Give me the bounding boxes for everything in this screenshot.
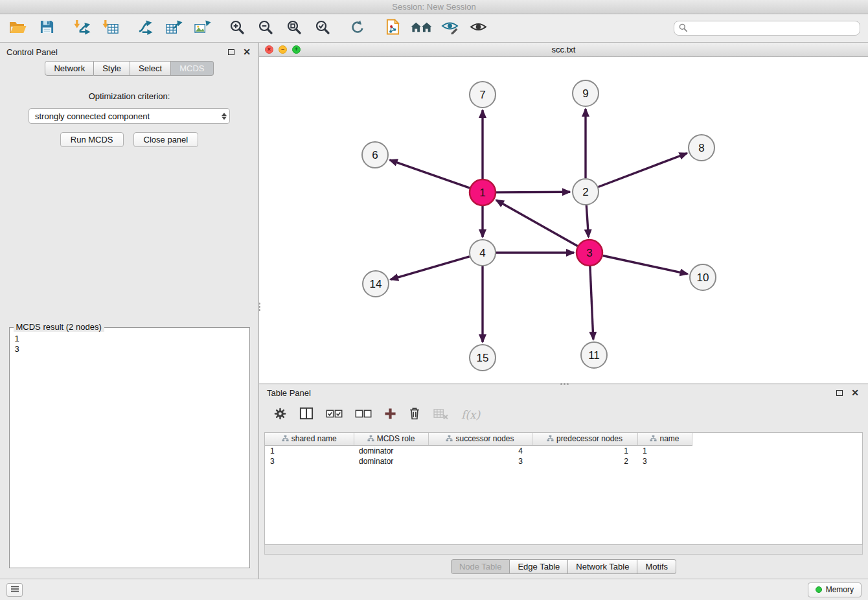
zoom-out-icon bbox=[258, 19, 273, 38]
node-4[interactable]: 4 bbox=[470, 240, 496, 266]
table-cell: 2 bbox=[532, 456, 637, 467]
table-export-icon bbox=[165, 19, 183, 38]
tab-style[interactable]: Style bbox=[94, 61, 130, 76]
svg-text:11: 11 bbox=[588, 349, 600, 362]
select-all-columns-button[interactable] bbox=[326, 409, 343, 421]
zoom-window-icon[interactable]: + bbox=[292, 45, 301, 54]
close-panel-action-button[interactable]: Close panel bbox=[133, 132, 199, 147]
plus-icon bbox=[384, 408, 396, 422]
network-canvas[interactable]: 7968124314101511 bbox=[259, 57, 868, 384]
run-mcds-button[interactable]: Run MCDS bbox=[60, 132, 124, 147]
node-9[interactable]: 9 bbox=[573, 80, 599, 106]
node-8[interactable]: 8 bbox=[689, 135, 714, 161]
show-column-panel-button[interactable] bbox=[299, 407, 314, 422]
delete-column-button[interactable] bbox=[409, 407, 420, 422]
toolbar-search[interactable] bbox=[674, 21, 860, 36]
close-panel-button[interactable]: ✕ bbox=[242, 47, 252, 57]
node-15[interactable]: 15 bbox=[470, 345, 496, 371]
tab-select[interactable]: Select bbox=[130, 61, 171, 76]
zoom-fit-button[interactable] bbox=[284, 18, 304, 39]
zoom-fit-icon bbox=[286, 19, 302, 38]
node-table-body: 1dominator4113dominator323 bbox=[265, 446, 692, 467]
export-table-button[interactable] bbox=[163, 18, 184, 39]
node-1[interactable]: 1 bbox=[470, 179, 496, 205]
edge-1-6[interactable] bbox=[390, 160, 470, 188]
import-network-file-button[interactable] bbox=[71, 18, 92, 39]
mcds-result-item[interactable]: 1 bbox=[15, 334, 244, 344]
table-horizontal-scrollbar[interactable] bbox=[264, 545, 863, 555]
node-11[interactable]: 11 bbox=[581, 342, 607, 368]
table-settings-button[interactable] bbox=[273, 407, 287, 423]
tab-network-table[interactable]: Network Table bbox=[568, 559, 637, 574]
float-table-panel-button[interactable] bbox=[834, 387, 845, 398]
table-cell: dominator bbox=[354, 456, 428, 467]
mcds-result-item[interactable]: 3 bbox=[15, 344, 244, 354]
tab-node-table[interactable]: Node Table bbox=[451, 559, 510, 574]
edge-3-10[interactable] bbox=[603, 256, 688, 274]
save-session-button[interactable] bbox=[36, 18, 57, 39]
table-row[interactable]: 1dominator411 bbox=[265, 446, 692, 457]
graphics-details-button[interactable] bbox=[439, 18, 460, 39]
edge-2-8[interactable] bbox=[599, 154, 687, 187]
column-header-mcds-role[interactable]: MCDS role bbox=[354, 433, 428, 446]
zoom-selected-button[interactable] bbox=[312, 18, 333, 39]
edge-3-1[interactable] bbox=[496, 200, 578, 246]
window-titlebar: Session: New Session bbox=[0, 0, 868, 14]
fx-icon: f(x) bbox=[461, 408, 480, 421]
deselect-all-columns-button[interactable] bbox=[355, 409, 372, 421]
float-panel-button[interactable] bbox=[226, 47, 236, 57]
table-cell: 3 bbox=[428, 456, 532, 467]
node-3[interactable]: 3 bbox=[577, 240, 602, 266]
function-builder-button[interactable]: f(x) bbox=[461, 408, 480, 421]
optimization-criterion-select[interactable]: strongly connected component bbox=[29, 108, 230, 124]
search-input[interactable] bbox=[691, 24, 855, 33]
node-10[interactable]: 10 bbox=[690, 264, 716, 290]
right-column: × – + scc.txt 7968124314101511 Table Pan… bbox=[259, 43, 868, 579]
column-header-successor-nodes[interactable]: successor nodes bbox=[428, 433, 532, 446]
horizontal-splitter-handle[interactable] bbox=[558, 381, 570, 386]
import-table-file-button[interactable] bbox=[100, 18, 120, 39]
delete-table-icon bbox=[433, 408, 449, 422]
clone-network-button[interactable] bbox=[135, 18, 155, 39]
zoom-out-button[interactable] bbox=[255, 18, 276, 39]
table-cell: 3 bbox=[265, 456, 354, 467]
node-7[interactable]: 7 bbox=[470, 82, 496, 108]
tab-motifs[interactable]: Motifs bbox=[637, 559, 676, 574]
home-button[interactable] bbox=[411, 18, 431, 39]
node-table: shared nameMCDS rolesuccessor nodesprede… bbox=[264, 432, 863, 545]
eye-pen-icon bbox=[441, 19, 459, 37]
vertical-splitter-handle[interactable] bbox=[256, 301, 262, 312]
show-panels-button[interactable] bbox=[6, 583, 23, 597]
node-6[interactable]: 6 bbox=[362, 142, 388, 168]
open-session-button[interactable] bbox=[8, 18, 29, 39]
close-table-panel-button[interactable]: ✕ bbox=[850, 387, 860, 398]
column-label: MCDS role bbox=[377, 434, 415, 443]
node-14[interactable]: 14 bbox=[363, 271, 389, 297]
edge-4-14[interactable] bbox=[391, 257, 470, 279]
document-network-button[interactable] bbox=[382, 18, 403, 39]
create-column-button[interactable] bbox=[384, 408, 396, 422]
tab-network[interactable]: Network bbox=[45, 61, 94, 76]
edge-1-2[interactable] bbox=[496, 192, 570, 192]
delete-table-button[interactable] bbox=[433, 408, 449, 422]
zoom-in-button[interactable] bbox=[227, 18, 247, 39]
tab-mcds[interactable]: MCDS bbox=[171, 61, 213, 76]
refresh-button[interactable] bbox=[347, 18, 368, 39]
column-header-name[interactable]: name bbox=[637, 433, 692, 446]
edge-3-11[interactable] bbox=[590, 266, 593, 340]
node-2[interactable]: 2 bbox=[573, 179, 599, 205]
show-hide-button[interactable] bbox=[468, 18, 488, 39]
minimize-window-icon[interactable]: – bbox=[279, 45, 287, 54]
export-image-button[interactable] bbox=[192, 18, 212, 39]
table-cell: 3 bbox=[637, 456, 692, 467]
column-header-predecessor-nodes[interactable]: predecessor nodes bbox=[532, 433, 637, 446]
main-toolbar bbox=[0, 14, 868, 43]
table-row[interactable]: 3dominator323 bbox=[265, 456, 692, 467]
memory-button[interactable]: Memory bbox=[808, 583, 862, 597]
network-window: × – + scc.txt 7968124314101511 bbox=[259, 43, 868, 384]
edge-2-3[interactable] bbox=[586, 205, 588, 237]
tab-edge-table[interactable]: Edge Table bbox=[510, 559, 568, 574]
column-label: name bbox=[659, 434, 679, 443]
column-header-shared-name[interactable]: shared name bbox=[265, 433, 354, 446]
close-window-icon[interactable]: × bbox=[265, 45, 273, 54]
